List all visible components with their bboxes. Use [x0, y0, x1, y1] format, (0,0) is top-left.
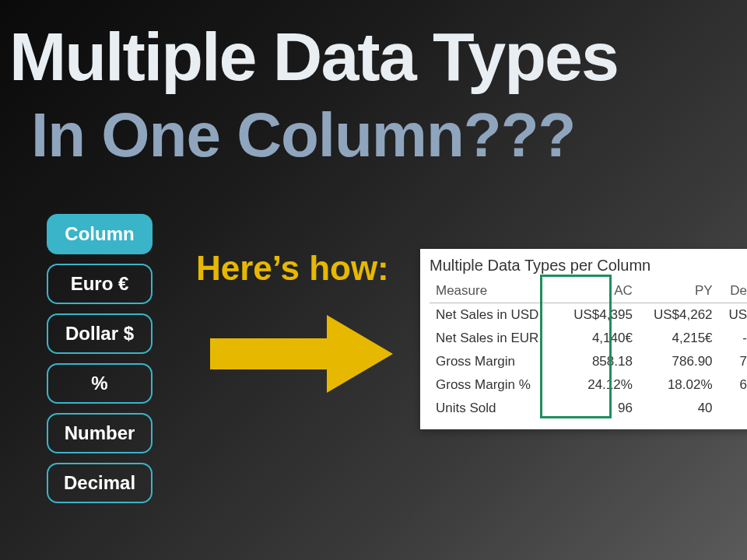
th-ac: AC	[559, 279, 639, 303]
cell-ac: 4,140€	[559, 327, 639, 350]
table-card: Multiple Data Types per Column Measure A…	[420, 249, 747, 429]
cell-measure: Units Sold	[430, 397, 559, 420]
pill-euro[interactable]: Euro €	[47, 264, 153, 304]
cell-py: 786.90	[639, 350, 719, 373]
cell-de	[719, 397, 747, 420]
th-measure: Measure	[430, 279, 559, 303]
th-de: De	[719, 279, 747, 303]
table-row: Gross Margin 858.18 786.90 7	[430, 350, 747, 373]
cell-py: 4,215€	[639, 327, 719, 350]
cell-measure: Net Sales in EUR	[430, 327, 559, 350]
cell-de: 7	[719, 350, 747, 373]
hint-text: Here’s how:	[196, 249, 389, 288]
th-py: PY	[639, 279, 719, 303]
cell-ac: US$4,395	[559, 303, 639, 327]
pill-list: Column Euro € Dollar $ % Number Decimal	[47, 214, 153, 503]
table-row: Net Sales in USD US$4,395 US$4,262 US	[430, 303, 747, 327]
table-row: Gross Margin % 24.12% 18.02% 6	[430, 373, 747, 397]
pill-column[interactable]: Column	[47, 214, 153, 254]
cell-py: 40	[639, 397, 719, 420]
arrow-icon	[210, 303, 397, 408]
cell-measure: Gross Margin %	[430, 373, 559, 397]
pill-dollar[interactable]: Dollar $	[47, 313, 153, 354]
cell-py: 18.02%	[639, 373, 719, 397]
cell-measure: Net Sales in USD	[430, 303, 559, 327]
pill-number[interactable]: Number	[47, 413, 153, 453]
cell-ac: 858.18	[559, 350, 639, 373]
cell-ac: 96	[559, 397, 639, 420]
cell-ac: 24.12%	[559, 373, 639, 397]
title-sub: In One Column???	[31, 100, 575, 171]
table-row: Units Sold 96 40	[430, 397, 747, 420]
title-main: Multiple Data Types	[9, 17, 618, 96]
table-title: Multiple Data Types per Column	[430, 257, 747, 275]
svg-marker-0	[210, 315, 393, 393]
cell-de: 6	[719, 373, 747, 397]
cell-measure: Gross Margin	[430, 350, 559, 373]
pill-decimal[interactable]: Decimal	[47, 463, 153, 503]
cell-de: US	[719, 303, 747, 327]
cell-py: US$4,262	[639, 303, 719, 327]
table-row: Net Sales in EUR 4,140€ 4,215€ -	[430, 327, 747, 350]
cell-de: -	[719, 327, 747, 350]
pill-percent[interactable]: %	[47, 363, 153, 404]
data-table: Measure AC PY De Net Sales in USD US$4,3…	[430, 279, 747, 420]
